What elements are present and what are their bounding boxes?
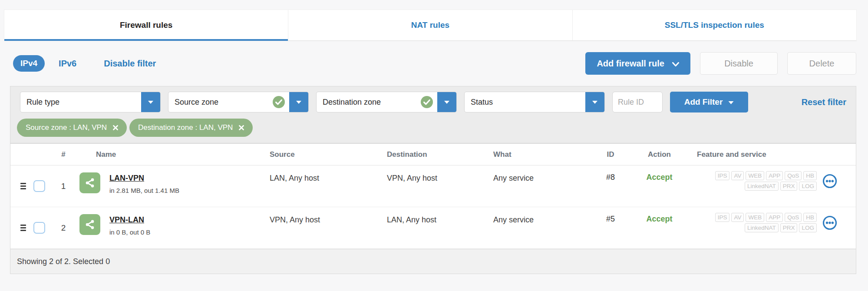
check-circle-icon bbox=[421, 96, 433, 108]
rule-source: LAN, Any host bbox=[270, 165, 387, 207]
source-zone-label: Source zone bbox=[168, 98, 273, 107]
rule-what: Any service bbox=[493, 207, 593, 248]
badge-prx: PRX bbox=[780, 182, 798, 191]
showing-count-text: Showing 2 of 2. Selected 0 bbox=[17, 257, 110, 266]
filter-select-source-zone[interactable]: Source zone bbox=[168, 92, 309, 112]
rule-name-link[interactable]: VPN-LAN bbox=[109, 215, 150, 225]
ellipsis-menu-icon[interactable] bbox=[822, 174, 837, 188]
badge-linkednat: LinkedNAT bbox=[745, 223, 779, 232]
share-icon bbox=[79, 172, 100, 193]
chip-source-zone-label: Source zone : LAN, VPN bbox=[26, 123, 107, 132]
chip-source-zone: Source zone : LAN, VPN bbox=[17, 119, 127, 137]
badge-log: LOG bbox=[799, 223, 817, 232]
badge-av: AV bbox=[731, 171, 744, 180]
filter-select-status[interactable]: Status bbox=[464, 92, 605, 112]
badge-hb: HB bbox=[803, 213, 817, 222]
toolbar: IPv4 IPv6 Disable filter Add firewall ru… bbox=[10, 42, 856, 85]
tab-ssl-tls-inspection-rules[interactable]: SSL/TLS inspection rules bbox=[572, 10, 856, 40]
ipv4-toggle[interactable]: IPv4 bbox=[13, 55, 45, 72]
reset-filter-link[interactable]: Reset filter bbox=[802, 97, 846, 107]
feature-badges: IPS AV WEB APP QoS HB LinkedNAT PRX LOG bbox=[703, 213, 817, 234]
chip-destination-zone: Destination zone : LAN, VPN bbox=[129, 119, 253, 137]
row-number: 1 bbox=[50, 165, 76, 207]
header-destination: Destination bbox=[387, 150, 493, 159]
row-number: 2 bbox=[50, 207, 76, 248]
badge-qos: QoS bbox=[785, 171, 802, 180]
close-icon[interactable] bbox=[112, 125, 119, 131]
table-row: 2 VPN-LAN in 0 B, out 0 B VPN, Any host … bbox=[10, 207, 856, 249]
disable-button[interactable]: Disable bbox=[700, 52, 778, 75]
ellipsis-menu-icon[interactable] bbox=[822, 215, 837, 230]
chip-destination-zone-label: Destination zone : LAN, VPN bbox=[138, 123, 233, 132]
badge-av: AV bbox=[731, 213, 744, 222]
badge-ips: IPS bbox=[715, 213, 730, 222]
disable-filter-link[interactable]: Disable filter bbox=[104, 59, 156, 69]
ipv6-toggle[interactable]: IPv6 bbox=[59, 59, 76, 69]
chevron-down-icon bbox=[672, 59, 679, 69]
toolbar-actions: Add firewall rule Disable Delete bbox=[585, 52, 856, 75]
rule-type-label: Rule type bbox=[20, 98, 141, 107]
add-filter-button[interactable]: Add Filter bbox=[670, 92, 748, 112]
row-checkbox[interactable] bbox=[33, 180, 45, 192]
add-firewall-rule-label: Add firewall rule bbox=[597, 59, 664, 69]
rule-destination: LAN, Any host bbox=[387, 207, 493, 248]
badge-prx: PRX bbox=[780, 223, 798, 232]
header-source: Source bbox=[270, 150, 387, 159]
badge-app: APP bbox=[766, 213, 783, 222]
badge-qos: QoS bbox=[785, 213, 802, 222]
active-tab-indicator bbox=[4, 39, 288, 41]
rule-source: VPN, Any host bbox=[270, 207, 387, 248]
tab-ssl-tls-inspection-rules-label: SSL/TLS inspection rules bbox=[665, 20, 764, 30]
drag-handle-icon[interactable] bbox=[20, 225, 26, 231]
filter-row: Rule type Source zone Destination zone bbox=[10, 86, 856, 112]
header-number: # bbox=[50, 150, 76, 159]
drag-handle-icon[interactable] bbox=[20, 183, 26, 189]
destination-zone-label: Destination zone bbox=[317, 98, 421, 107]
chevron-down-icon bbox=[728, 97, 734, 107]
rule-traffic: in 0 B, out 0 B bbox=[109, 228, 150, 236]
header-action: Action bbox=[628, 150, 691, 159]
chevron-down-icon[interactable] bbox=[289, 92, 308, 112]
rule-id-input[interactable] bbox=[612, 92, 663, 112]
badge-web: WEB bbox=[746, 171, 764, 180]
badge-app: APP bbox=[766, 171, 783, 180]
feature-badges: IPS AV WEB APP QoS HB LinkedNAT PRX LOG bbox=[703, 171, 817, 192]
rule-traffic: in 2.81 MB, out 1.41 MB bbox=[109, 187, 179, 194]
badge-web: WEB bbox=[746, 213, 764, 222]
rule-action: Accept bbox=[628, 165, 691, 207]
add-firewall-rule-button[interactable]: Add firewall rule bbox=[585, 52, 690, 75]
filter-select-rule-type[interactable]: Rule type bbox=[20, 92, 161, 112]
rule-what: Any service bbox=[493, 165, 593, 207]
badge-ips: IPS bbox=[715, 171, 730, 180]
share-icon bbox=[79, 214, 100, 235]
rule-tabs: Firewall rules NAT rules SSL/TLS inspect… bbox=[4, 10, 856, 41]
chevron-down-icon[interactable] bbox=[437, 92, 456, 112]
tab-firewall-rules-label: Firewall rules bbox=[120, 20, 172, 30]
add-filter-label: Add Filter bbox=[684, 97, 723, 107]
header-feature-and-service: Feature and service bbox=[691, 150, 856, 159]
firewall-rules-page: Firewall rules NAT rules SSL/TLS inspect… bbox=[0, 0, 868, 291]
table-status-bar: Showing 2 of 2. Selected 0 bbox=[10, 249, 856, 274]
header-name: Name bbox=[76, 150, 270, 159]
tab-nat-rules-label: NAT rules bbox=[411, 20, 449, 30]
delete-button[interactable]: Delete bbox=[787, 52, 856, 75]
applied-filter-chips: Source zone : LAN, VPN Destination zone … bbox=[10, 112, 856, 137]
tab-nat-rules[interactable]: NAT rules bbox=[288, 10, 572, 40]
chevron-down-icon[interactable] bbox=[141, 92, 160, 112]
badge-log: LOG bbox=[799, 182, 817, 191]
rule-id: #8 bbox=[593, 165, 628, 207]
row-checkbox[interactable] bbox=[33, 222, 45, 234]
tab-firewall-rules[interactable]: Firewall rules bbox=[4, 10, 288, 40]
filter-select-destination-zone[interactable]: Destination zone bbox=[316, 92, 457, 112]
filter-panel: Rule type Source zone Destination zone bbox=[10, 86, 856, 143]
chevron-down-icon[interactable] bbox=[585, 92, 604, 112]
close-icon[interactable] bbox=[238, 125, 244, 131]
table-row: 1 LAN-VPN in 2.81 MB, out 1.41 MB LAN, A… bbox=[10, 165, 856, 207]
rule-id: #5 bbox=[593, 207, 628, 248]
status-label: Status bbox=[465, 98, 585, 107]
rule-name-link[interactable]: LAN-VPN bbox=[109, 174, 179, 183]
badge-linkednat: LinkedNAT bbox=[745, 182, 779, 191]
header-id: ID bbox=[593, 150, 628, 159]
header-what: What bbox=[493, 150, 593, 159]
rule-destination: VPN, Any host bbox=[387, 165, 493, 207]
